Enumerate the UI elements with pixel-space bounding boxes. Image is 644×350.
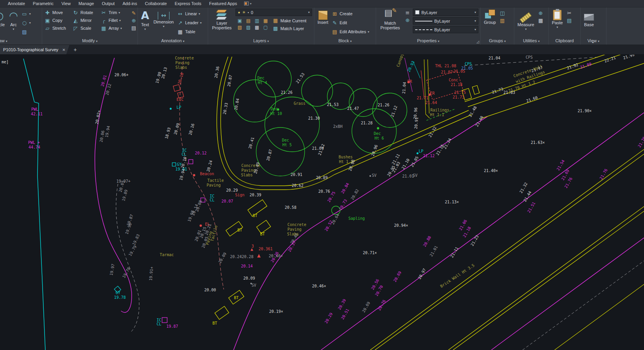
survey-label[interactable]: 21.12 [423, 154, 435, 158]
copy-button[interactable]: ▣Copy [44, 16, 72, 24]
dimension-button[interactable]: ↔ Dimension ▾ [152, 9, 175, 29]
survey-label[interactable]: Sapling [348, 216, 365, 221]
menu-tab-annotate[interactable]: Annotate [4, 1, 29, 6]
panel-label-utilities[interactable]: Utilities ▾ [514, 38, 548, 45]
menu-tab-view[interactable]: View [57, 1, 75, 6]
group-button[interactable]: Group [483, 9, 497, 25]
survey-label[interactable]: 21.26 [378, 103, 389, 107]
survey-label[interactable]: 20.00 [204, 288, 216, 292]
create-block-button[interactable]: ⊞Create [332, 10, 369, 18]
survey-label[interactable]: 21.64 [425, 101, 437, 105]
overkill-icon[interactable]: ▤ [130, 25, 137, 31]
trim-button[interactable]: ✂Trim▾ [100, 9, 128, 16]
survey-label[interactable]: 21.05 [410, 155, 419, 168]
close-icon[interactable]: ✕ [62, 48, 65, 52]
survey-label[interactable]: 21.73 [491, 87, 504, 95]
survey-label[interactable]: 20.84 [340, 182, 350, 194]
move-button[interactable]: ✚Move [44, 9, 72, 16]
edit-block-button[interactable]: ✎Edit [332, 19, 369, 27]
survey-label[interactable]: 21.04 [401, 82, 407, 94]
survey-label[interactable]: 21.44 [523, 190, 532, 203]
id-point-icon[interactable]: ⊕ [537, 10, 544, 16]
survey-label[interactable]: 21.32 [519, 181, 528, 194]
survey-label[interactable]: me] [2, 60, 9, 64]
fillet-button[interactable]: ╭Fillet▾ [100, 16, 128, 24]
survey-label[interactable]: SV [372, 173, 376, 178]
match-layer-button[interactable]: ▩Match Layer [272, 25, 307, 32]
panel-label-groups[interactable]: Groups ▾ [481, 38, 514, 45]
survey-label[interactable]: 19.98 [125, 223, 133, 235]
survey-label[interactable]: 21.51 [526, 201, 536, 214]
survey-label[interactable]: Tactile [207, 178, 224, 183]
measure-button[interactable]: Measure ▾ [516, 9, 535, 32]
survey-label[interactable]: 21.48 [475, 115, 484, 127]
survey-label[interactable]: Canopy [396, 55, 404, 68]
survey-label[interactable]: 21.12 [390, 105, 398, 118]
survey-label[interactable]: 3 [252, 244, 254, 248]
layer-properties-button[interactable]: Layer Properties [210, 9, 234, 31]
survey-label[interactable]: 21.30 [308, 116, 320, 120]
survey-label[interactable]: 21.24 [442, 137, 452, 150]
survey-label[interactable]: 20.09 [243, 276, 255, 280]
survey-label[interactable]: LP [419, 149, 423, 153]
explode-icon[interactable]: ⊕ [130, 17, 137, 23]
survey-label[interactable]: 20.33 [222, 102, 228, 115]
survey-label[interactable]: ER [407, 79, 412, 84]
layer-unisolate-icon[interactable]: ▤ [244, 17, 253, 24]
survey-symbol[interactable] [251, 248, 253, 251]
panel-toggle-icon[interactable]: ▾ [244, 2, 252, 5]
survey-label[interactable]: 20.52 [324, 219, 334, 232]
survey-label[interactable]: Ht 4 [258, 81, 267, 85]
survey-label[interactable]: Conc [449, 78, 458, 82]
survey-label[interactable]: Dec [374, 131, 381, 136]
survey-label[interactable]: 20.06+ [114, 73, 128, 77]
layer-walk-icon[interactable]: ▩ [253, 24, 261, 31]
survey-label[interactable]: 20.12 [195, 151, 207, 155]
survey-label[interactable]: 20.14 [241, 264, 253, 268]
edit-attributes-button[interactable]: ▤Edit Attributes ▾ [332, 28, 369, 36]
survey-label[interactable]: 20.02+ [95, 110, 101, 124]
survey-symbol[interactable] [377, 127, 379, 129]
linear-button[interactable]: ↔Linear ▾ [177, 10, 202, 18]
survey-label[interactable]: 44.74 [29, 145, 40, 149]
survey-symbol[interactable] [369, 175, 371, 177]
survey-symbol[interactable] [215, 306, 229, 319]
ribbon-minimize-icon[interactable]: ▴ [592, 40, 594, 44]
mirror-button[interactable]: ◭Mirror [72, 16, 100, 24]
layer-off-icon[interactable]: ▦ [261, 17, 270, 24]
ungroup-icon[interactable]: ◫ [499, 10, 506, 16]
survey-label[interactable]: 20.36 [214, 66, 220, 79]
survey-label[interactable]: Sign [235, 193, 244, 197]
survey-label[interactable]: 20.76 [377, 299, 387, 311]
survey-label[interactable]: 19.83 [132, 233, 141, 246]
text-button[interactable]: A Text ▾ [140, 9, 150, 32]
menu-tab-collaborate[interactable]: Collaborate [141, 1, 171, 6]
survey-label[interactable]: CPS [465, 62, 472, 66]
survey-label[interactable]: SV [252, 283, 256, 287]
menu-tab-manage[interactable]: Manage [75, 1, 98, 6]
survey-label[interactable]: 21.99 [623, 55, 635, 60]
contour-dashed-line[interactable] [116, 184, 139, 332]
stretch-button[interactable]: ▱Stretch [44, 24, 72, 32]
survey-label[interactable]: PWL + [28, 140, 40, 145]
menu-tab-featured-apps[interactable]: Featured Apps [205, 1, 241, 6]
survey-symbol[interactable] [472, 86, 479, 95]
table-button[interactable]: ▦Table [177, 28, 202, 36]
wall-red-line[interactable] [421, 70, 424, 99]
survey-label[interactable]: Railings [430, 108, 449, 112]
array-button[interactable]: ▦Array▾ [100, 24, 128, 32]
survey-label[interactable]: 20.87 [266, 149, 273, 162]
menu-tab-add-ins[interactable]: Add-ins [119, 1, 141, 6]
panel-label-modify[interactable]: Modify ▾ [42, 38, 137, 45]
kerb-diagonal-2[interactable] [448, 206, 644, 350]
survey-label[interactable]: Beacon [200, 172, 214, 176]
survey-label[interactable]: 20.16 [188, 123, 195, 136]
survey-label[interactable]: 21.40× [484, 169, 498, 173]
survey-label[interactable]: 21.47 [347, 106, 359, 111]
survey-label[interactable]: 21.13× [445, 200, 459, 204]
survey-label[interactable]: 21.54 [556, 159, 566, 171]
survey-label[interactable]: 21.89 [580, 62, 592, 70]
survey-label[interactable]: Tarmac [160, 253, 174, 257]
panel-launcher-icon[interactable]: ◿ [476, 40, 479, 44]
survey-label[interactable]: 20.96 [371, 144, 379, 157]
